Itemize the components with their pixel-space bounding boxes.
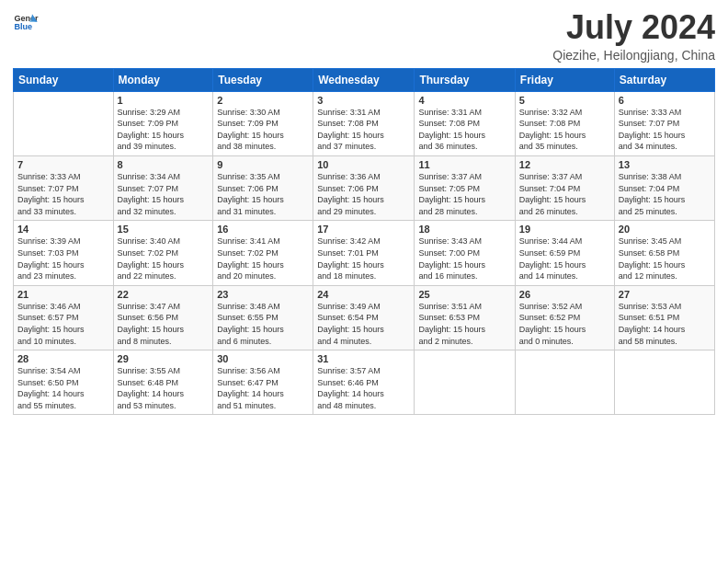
- weekday-header-wednesday: Wednesday: [313, 68, 415, 91]
- day-info: Sunrise: 3:36 AM Sunset: 7:06 PM Dayligh…: [317, 171, 410, 217]
- day-info: Sunrise: 3:39 AM Sunset: 7:03 PM Dayligh…: [17, 236, 109, 282]
- day-info: Sunrise: 3:53 AM Sunset: 6:51 PM Dayligh…: [619, 301, 711, 347]
- day-number: 4: [418, 95, 510, 106]
- calendar-cell: 23Sunrise: 3:48 AM Sunset: 6:55 PM Dayli…: [213, 285, 313, 350]
- calendar-cell: 26Sunrise: 3:52 AM Sunset: 6:52 PM Dayli…: [515, 285, 614, 350]
- day-info: Sunrise: 3:45 AM Sunset: 6:58 PM Dayligh…: [619, 236, 711, 282]
- calendar-cell: 3Sunrise: 3:31 AM Sunset: 7:08 PM Daylig…: [313, 91, 415, 155]
- week-row-1: 1Sunrise: 3:29 AM Sunset: 7:09 PM Daylig…: [14, 91, 715, 155]
- day-info: Sunrise: 3:31 AM Sunset: 7:08 PM Dayligh…: [317, 107, 410, 153]
- day-number: 30: [217, 353, 309, 364]
- logo-icon: General Blue: [13, 9, 39, 35]
- calendar-cell: 14Sunrise: 3:39 AM Sunset: 7:03 PM Dayli…: [14, 221, 114, 285]
- day-number: 26: [519, 289, 610, 300]
- day-number: 27: [619, 289, 711, 300]
- calendar-cell: 6Sunrise: 3:33 AM Sunset: 7:07 PM Daylig…: [614, 91, 714, 155]
- calendar-cell: 24Sunrise: 3:49 AM Sunset: 6:54 PM Dayli…: [313, 285, 415, 350]
- calendar-cell: 18Sunrise: 3:43 AM Sunset: 7:00 PM Dayli…: [415, 221, 515, 285]
- day-number: 17: [317, 224, 410, 235]
- day-info: Sunrise: 3:37 AM Sunset: 7:04 PM Dayligh…: [519, 171, 610, 217]
- day-info: Sunrise: 3:30 AM Sunset: 7:09 PM Dayligh…: [217, 107, 309, 153]
- calendar-cell: 5Sunrise: 3:32 AM Sunset: 7:08 PM Daylig…: [515, 91, 614, 155]
- calendar-cell: 31Sunrise: 3:57 AM Sunset: 6:46 PM Dayli…: [313, 350, 415, 415]
- day-info: Sunrise: 3:55 AM Sunset: 6:48 PM Dayligh…: [118, 365, 210, 411]
- day-info: Sunrise: 3:32 AM Sunset: 7:08 PM Dayligh…: [519, 107, 610, 153]
- day-info: Sunrise: 3:42 AM Sunset: 7:01 PM Dayligh…: [317, 236, 410, 282]
- weekday-header-monday: Monday: [113, 68, 213, 91]
- day-number: 24: [317, 289, 410, 300]
- week-row-3: 14Sunrise: 3:39 AM Sunset: 7:03 PM Dayli…: [14, 221, 715, 285]
- calendar-cell: 20Sunrise: 3:45 AM Sunset: 6:58 PM Dayli…: [614, 221, 714, 285]
- title-block: July 2024 Qiezihe, Heilongjiang, China: [552, 9, 715, 63]
- day-info: Sunrise: 3:51 AM Sunset: 6:53 PM Dayligh…: [418, 301, 510, 347]
- day-number: 6: [619, 95, 711, 106]
- day-number: 3: [317, 95, 410, 106]
- calendar-cell: [614, 350, 714, 415]
- calendar-cell: 12Sunrise: 3:37 AM Sunset: 7:04 PM Dayli…: [515, 155, 614, 220]
- day-info: Sunrise: 3:57 AM Sunset: 6:46 PM Dayligh…: [317, 365, 410, 411]
- day-info: Sunrise: 3:29 AM Sunset: 7:09 PM Dayligh…: [118, 107, 210, 153]
- day-info: Sunrise: 3:52 AM Sunset: 6:52 PM Dayligh…: [519, 301, 610, 347]
- weekday-header-tuesday: Tuesday: [213, 68, 313, 91]
- calendar-cell: [515, 350, 614, 415]
- day-info: Sunrise: 3:48 AM Sunset: 6:55 PM Dayligh…: [217, 301, 309, 347]
- day-number: 25: [418, 289, 510, 300]
- calendar-cell: 15Sunrise: 3:40 AM Sunset: 7:02 PM Dayli…: [113, 221, 213, 285]
- calendar-cell: 28Sunrise: 3:54 AM Sunset: 6:50 PM Dayli…: [14, 350, 114, 415]
- calendar-cell: 19Sunrise: 3:44 AM Sunset: 6:59 PM Dayli…: [515, 221, 614, 285]
- calendar-cell: 21Sunrise: 3:46 AM Sunset: 6:57 PM Dayli…: [14, 285, 114, 350]
- day-number: 10: [317, 159, 410, 170]
- day-info: Sunrise: 3:44 AM Sunset: 6:59 PM Dayligh…: [519, 236, 610, 282]
- day-number: 7: [17, 159, 109, 170]
- day-info: Sunrise: 3:46 AM Sunset: 6:57 PM Dayligh…: [17, 301, 109, 347]
- calendar-cell: 9Sunrise: 3:35 AM Sunset: 7:06 PM Daylig…: [213, 155, 313, 220]
- day-number: 16: [217, 224, 309, 235]
- week-row-5: 28Sunrise: 3:54 AM Sunset: 6:50 PM Dayli…: [14, 350, 715, 415]
- day-info: Sunrise: 3:47 AM Sunset: 6:56 PM Dayligh…: [118, 301, 210, 347]
- day-number: 14: [17, 224, 109, 235]
- day-number: 12: [519, 159, 610, 170]
- calendar-cell: 10Sunrise: 3:36 AM Sunset: 7:06 PM Dayli…: [313, 155, 415, 220]
- day-number: 20: [619, 224, 711, 235]
- calendar-cell: [14, 91, 114, 155]
- day-number: 31: [317, 353, 410, 364]
- day-number: 22: [118, 289, 210, 300]
- week-row-4: 21Sunrise: 3:46 AM Sunset: 6:57 PM Dayli…: [14, 285, 715, 350]
- day-number: 29: [118, 353, 210, 364]
- day-number: 8: [118, 159, 210, 170]
- calendar-table: SundayMondayTuesdayWednesdayThursdayFrid…: [13, 68, 715, 416]
- calendar-cell: 2Sunrise: 3:30 AM Sunset: 7:09 PM Daylig…: [213, 91, 313, 155]
- day-info: Sunrise: 3:31 AM Sunset: 7:08 PM Dayligh…: [418, 107, 510, 153]
- calendar-cell: 8Sunrise: 3:34 AM Sunset: 7:07 PM Daylig…: [113, 155, 213, 220]
- weekday-header-saturday: Saturday: [614, 68, 714, 91]
- day-info: Sunrise: 3:33 AM Sunset: 7:07 PM Dayligh…: [619, 107, 711, 153]
- weekday-header-thursday: Thursday: [415, 68, 515, 91]
- day-number: 1: [118, 95, 210, 106]
- month-year-title: July 2024: [552, 9, 715, 46]
- calendar-cell: 7Sunrise: 3:33 AM Sunset: 7:07 PM Daylig…: [14, 155, 114, 220]
- day-info: Sunrise: 3:37 AM Sunset: 7:05 PM Dayligh…: [418, 171, 510, 217]
- calendar-cell: 22Sunrise: 3:47 AM Sunset: 6:56 PM Dayli…: [113, 285, 213, 350]
- day-info: Sunrise: 3:56 AM Sunset: 6:47 PM Dayligh…: [217, 365, 309, 411]
- calendar-cell: 27Sunrise: 3:53 AM Sunset: 6:51 PM Dayli…: [614, 285, 714, 350]
- day-info: Sunrise: 3:40 AM Sunset: 7:02 PM Dayligh…: [118, 236, 210, 282]
- day-number: 28: [17, 353, 109, 364]
- calendar-cell: 25Sunrise: 3:51 AM Sunset: 6:53 PM Dayli…: [415, 285, 515, 350]
- day-number: 15: [118, 224, 210, 235]
- day-info: Sunrise: 3:49 AM Sunset: 6:54 PM Dayligh…: [317, 301, 410, 347]
- calendar-cell: 17Sunrise: 3:42 AM Sunset: 7:01 PM Dayli…: [313, 221, 415, 285]
- calendar-cell: 11Sunrise: 3:37 AM Sunset: 7:05 PM Dayli…: [415, 155, 515, 220]
- calendar-cell: 13Sunrise: 3:38 AM Sunset: 7:04 PM Dayli…: [614, 155, 714, 220]
- day-number: 11: [418, 159, 510, 170]
- day-info: Sunrise: 3:38 AM Sunset: 7:04 PM Dayligh…: [619, 171, 711, 217]
- day-number: 2: [217, 95, 309, 106]
- calendar-cell: 30Sunrise: 3:56 AM Sunset: 6:47 PM Dayli…: [213, 350, 313, 415]
- location-subtitle: Qiezihe, Heilongjiang, China: [552, 48, 715, 63]
- svg-text:Blue: Blue: [14, 22, 32, 31]
- weekday-header-row: SundayMondayTuesdayWednesdayThursdayFrid…: [14, 68, 715, 91]
- day-info: Sunrise: 3:33 AM Sunset: 7:07 PM Dayligh…: [17, 171, 109, 217]
- calendar-cell: [415, 350, 515, 415]
- calendar-cell: 1Sunrise: 3:29 AM Sunset: 7:09 PM Daylig…: [113, 91, 213, 155]
- day-info: Sunrise: 3:54 AM Sunset: 6:50 PM Dayligh…: [17, 365, 109, 411]
- day-number: 19: [519, 224, 610, 235]
